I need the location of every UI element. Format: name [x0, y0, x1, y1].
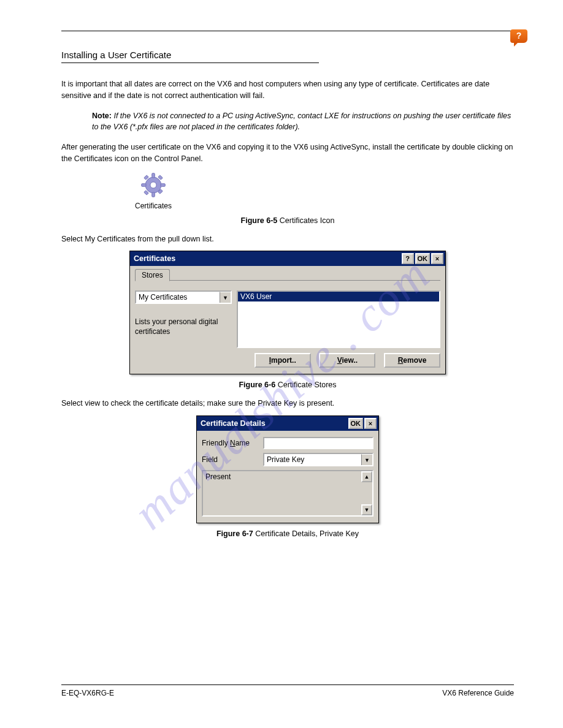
details-close-button[interactable]: ×: [364, 418, 377, 429]
figure-caption-1-prefix: Figure 6-5: [241, 216, 280, 225]
tab-row: Stores: [135, 268, 440, 281]
memo-scrollbar[interactable]: ▲ ▼: [361, 471, 372, 515]
figure-caption-1: Figure 6-5 Certificates Icon: [61, 216, 514, 225]
certificates-icon-block: Certificates: [129, 171, 178, 210]
para-intro-4: Select view to check the certificate det…: [61, 398, 514, 409]
para-intro-2: After generating the user certificate on…: [61, 142, 514, 165]
store-dropdown-value: My Certificates: [136, 292, 220, 303]
import-button[interactable]: Import..: [255, 353, 311, 368]
figure-caption-2: Figure 6-6 Certificate Stores: [61, 381, 514, 389]
details-ok-button[interactable]: OK: [348, 418, 364, 429]
certificates-title: Certificates: [134, 254, 400, 263]
page-footer: E-EQ-VX6RG-E VX6 Reference Guide: [61, 684, 514, 697]
figure-caption-3-text: Certificate Details, Private Key: [255, 529, 359, 538]
figure-caption-3-prefix: Figure 6-7: [216, 529, 255, 538]
remove-button[interactable]: Remove: [384, 353, 440, 368]
friendly-name-input[interactable]: [263, 437, 373, 449]
svg-point-9: [150, 181, 156, 188]
certificate-list-item[interactable]: VX6 User: [238, 292, 439, 301]
certificates-icon-label: Certificates: [129, 202, 178, 210]
stores-tab[interactable]: Stores: [135, 269, 170, 281]
scroll-down-icon[interactable]: ▼: [361, 504, 372, 515]
gear-icon[interactable]: [139, 171, 167, 199]
certificates-titlebar: Certificates ? OK ×: [130, 251, 445, 266]
figure-caption-1-text: Certificates Icon: [280, 216, 335, 225]
titlebar-close-button[interactable]: ×: [431, 253, 443, 264]
note-text: If the VX6 is not connected to a PC usin…: [92, 112, 511, 132]
section-underline: [61, 63, 319, 63]
certificate-details-dialog: Certificate Details OK × Friendly Name F…: [196, 415, 379, 523]
friendly-name-label: Friendly Name: [202, 439, 258, 447]
help-bubble-icon[interactable]: ?: [510, 29, 527, 43]
chevron-down-icon[interactable]: ▼: [220, 292, 231, 303]
titlebar-help-button[interactable]: ?: [402, 253, 414, 264]
svg-rect-4: [161, 183, 165, 186]
chevron-down-icon[interactable]: ▼: [361, 454, 372, 465]
scroll-up-icon[interactable]: ▲: [361, 471, 372, 482]
details-memo: Present: [203, 471, 361, 515]
field-label: Field: [202, 455, 258, 464]
svg-rect-2: [152, 192, 155, 196]
footer-right: VX6 Reference Guide: [442, 689, 514, 697]
field-dropdown-value: Private Key: [264, 454, 361, 465]
para-intro-1: It is important that all dates are corre…: [61, 78, 514, 102]
footer-left: E-EQ-VX6RG-E: [61, 689, 114, 697]
view-button[interactable]: View..: [319, 353, 375, 368]
details-titlebar: Certificate Details OK ×: [197, 416, 378, 431]
store-dropdown[interactable]: My Certificates ▼: [135, 290, 232, 304]
certificate-listbox[interactable]: VX6 User: [237, 290, 440, 348]
svg-rect-3: [142, 183, 146, 186]
note-label: Note:: [92, 112, 112, 120]
figure-caption-2-prefix: Figure 6-6: [239, 381, 277, 389]
figure-caption-2-text: Certificate Stores: [278, 381, 337, 389]
details-memo-wrap: Present ▲ ▼: [202, 470, 373, 517]
para-intro-3: Select My Certificates from the pull dow…: [61, 233, 514, 245]
section-title: Installing a User Certificate: [61, 50, 514, 60]
titlebar-ok-button[interactable]: OK: [415, 253, 431, 264]
store-description: Lists your personal digital certificates: [135, 317, 232, 336]
figure-caption-3: Figure 6-7 Certificate Details, Private …: [61, 529, 514, 538]
field-dropdown[interactable]: Private Key ▼: [263, 453, 373, 466]
details-title: Certificate Details: [201, 419, 347, 428]
svg-rect-1: [152, 173, 155, 177]
note-block: Note: If the VX6 is not connected to a P…: [92, 110, 514, 134]
certificates-dialog: Certificates ? OK × Stores My Certificat…: [129, 251, 446, 374]
top-rule: [61, 31, 514, 31]
